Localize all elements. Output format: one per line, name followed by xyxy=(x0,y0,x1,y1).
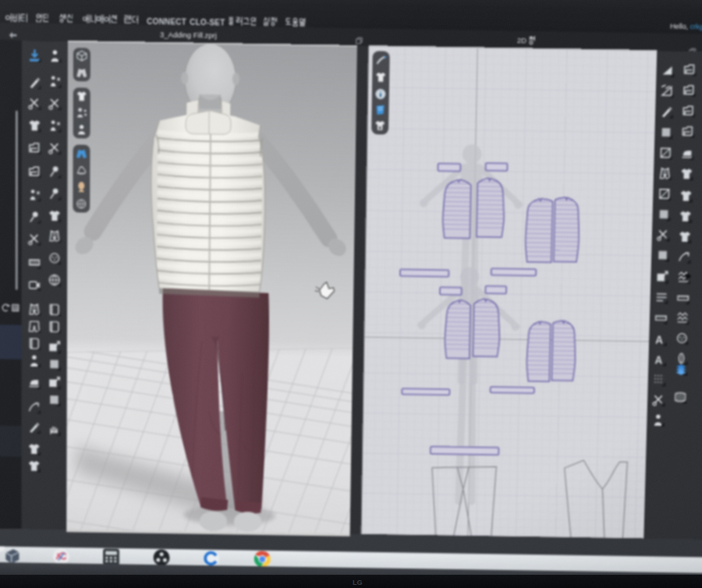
svg-text:A: A xyxy=(655,334,663,346)
svg-text:A: A xyxy=(654,354,662,367)
